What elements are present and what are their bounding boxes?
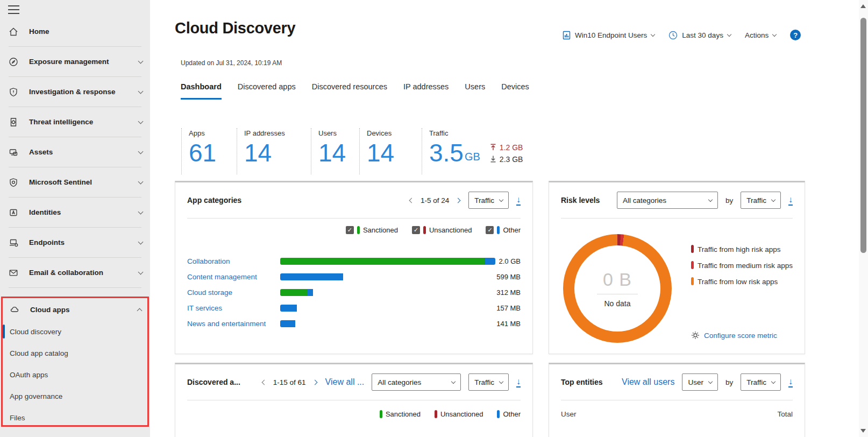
pagination: 1-5 of 24 xyxy=(409,196,461,205)
download-button[interactable] xyxy=(516,195,521,206)
sidebar-item-label: Exposure management xyxy=(29,58,109,66)
prev-page-button[interactable] xyxy=(409,198,415,203)
category-bar-chart: Collaboration 2.0 GB Content management … xyxy=(175,253,532,332)
entity-dropdown[interactable]: User xyxy=(682,373,718,391)
traffic-bar xyxy=(280,289,495,296)
category-link[interactable]: Collaboration xyxy=(187,257,280,265)
sidebar-item-threat-intelligence[interactable]: Threat intelligence xyxy=(0,107,150,137)
low-risk-swatch xyxy=(691,277,694,285)
scroll-down-arrow[interactable] xyxy=(860,429,866,433)
endpoints-icon xyxy=(8,237,19,248)
sidebar-item-app-governance[interactable]: App governance xyxy=(3,385,147,407)
download-button[interactable] xyxy=(788,377,793,387)
tab-devices[interactable]: Devices xyxy=(501,82,529,100)
metric-dropdown[interactable]: Traffic xyxy=(468,373,509,391)
checkbox-checked-icon[interactable] xyxy=(346,226,354,234)
view-all-link[interactable]: View all ... xyxy=(325,377,365,387)
donut-center-label: No data xyxy=(604,299,630,308)
stat-devices: Devices 14 xyxy=(359,128,422,174)
high-risk-swatch xyxy=(691,245,694,253)
sidebar-item-email-collaboration[interactable]: Email & collaboration xyxy=(0,258,150,287)
sidebar-item-cloud-discovery[interactable]: Cloud discovery xyxy=(3,321,147,342)
selected-indicator xyxy=(3,325,5,339)
top-entities-card: Top entities View all users User by Traf… xyxy=(549,363,805,437)
category-link[interactable]: News and entertainment xyxy=(187,320,280,328)
category-dropdown[interactable]: All categories xyxy=(617,192,718,209)
tab-dashboard[interactable]: Dashboard xyxy=(181,82,222,100)
metric-dropdown[interactable]: Traffic xyxy=(741,373,781,391)
sidebar-item-label: Assets xyxy=(29,148,53,156)
sidebar-item-endpoints[interactable]: Endpoints xyxy=(0,228,150,257)
view-all-users-link[interactable]: View all users xyxy=(622,377,674,387)
help-button[interactable] xyxy=(790,30,801,40)
cloud-icon xyxy=(9,304,20,315)
sidebar-item-exposure-management[interactable]: Exposure management xyxy=(0,47,150,76)
download-button[interactable] xyxy=(516,377,521,387)
tab-discovered-apps[interactable]: Discovered apps xyxy=(238,82,296,100)
stat-unit: GB xyxy=(465,151,480,163)
scroll-up-arrow[interactable] xyxy=(860,4,866,8)
checkbox-checked-icon[interactable] xyxy=(412,226,420,234)
unsanctioned-swatch xyxy=(435,410,437,418)
tab-discovered-resources[interactable]: Discovered resources xyxy=(312,82,387,100)
card-title: Discovered a... xyxy=(187,378,240,386)
category-link[interactable]: Content management xyxy=(187,273,280,281)
sidebar-item-label: Cloud apps xyxy=(30,306,70,314)
toolbar: Win10 Endpoint Users Last 30 days Action… xyxy=(563,28,801,42)
checkbox-checked-icon[interactable] xyxy=(486,226,494,234)
legend-unsanctioned: Unsanctioned xyxy=(435,410,483,418)
chevron-down-icon xyxy=(138,88,144,94)
category-row: Cloud storage 312 MB xyxy=(175,285,532,300)
category-dropdown[interactable]: All categories xyxy=(372,373,461,391)
sidebar-item-cloud-apps[interactable]: Cloud apps xyxy=(3,298,147,321)
legend-medium-risk: Traffic from medium risk apps xyxy=(691,258,794,274)
metric-dropdown[interactable]: Traffic xyxy=(741,192,781,209)
category-row: News and entertainment 141 MB xyxy=(175,316,532,332)
prev-page-button[interactable] xyxy=(261,379,267,385)
category-link[interactable]: IT services xyxy=(187,304,280,312)
unsanctioned-swatch xyxy=(423,226,426,234)
sidebar-item-files[interactable]: Files xyxy=(3,407,147,428)
category-link[interactable]: Cloud storage xyxy=(187,288,280,297)
sidebar-item-label: Email & collaboration xyxy=(29,269,103,277)
sidebar-item-identities[interactable]: Identities xyxy=(0,198,150,227)
time-range-selector[interactable]: Last 30 days xyxy=(668,31,731,40)
sidebar-item-cloud-app-catalog[interactable]: Cloud app catalog xyxy=(3,342,147,364)
chevron-down-icon xyxy=(772,32,777,36)
traffic-value: 312 MB xyxy=(495,288,521,297)
legend-other: Other xyxy=(497,410,521,418)
sidebar-item-investigation-response[interactable]: Investigation & response xyxy=(0,77,150,107)
scrollbar-thumb[interactable] xyxy=(860,18,866,253)
stat-value: 61 xyxy=(189,139,237,167)
sidebar-item-oauth-apps[interactable]: OAuth apps xyxy=(3,364,147,385)
sidebar-item-microsoft-sentinel[interactable]: Microsoft Sentinel xyxy=(0,167,150,197)
donut-center: 0 B No data xyxy=(574,245,660,332)
vertical-scrollbar[interactable] xyxy=(859,0,868,437)
tab-ip-addresses[interactable]: IP addresses xyxy=(403,82,449,100)
risk-donut-chart: 0 B No data xyxy=(563,234,672,343)
actions-label: Actions xyxy=(745,31,769,39)
legend-sanctioned[interactable]: Sanctioned xyxy=(346,226,398,234)
sidebar-item-assets[interactable]: Assets xyxy=(0,137,150,167)
actions-menu[interactable]: Actions xyxy=(745,31,776,39)
clock-icon xyxy=(668,31,678,40)
tab-users[interactable]: Users xyxy=(465,82,485,100)
hamburger-menu-icon[interactable] xyxy=(8,5,19,14)
report-selector[interactable]: Win10 Endpoint Users xyxy=(563,31,654,40)
next-page-button[interactable] xyxy=(312,379,318,385)
category-row: IT services 157 MB xyxy=(175,300,532,316)
legend-other[interactable]: Other xyxy=(486,226,521,234)
legend-low-risk: Traffic from low risk apps xyxy=(691,274,794,290)
pagination-label: 1-15 of 61 xyxy=(273,378,306,386)
investigation-response-icon xyxy=(8,87,19,97)
stat-apps: Apps 61 xyxy=(181,128,237,174)
traffic-value: 157 MB xyxy=(495,304,521,312)
identities-icon xyxy=(8,207,19,218)
legend-unsanctioned[interactable]: Unsanctioned xyxy=(412,226,472,234)
chevron-up-icon xyxy=(137,308,143,313)
metric-dropdown[interactable]: Traffic xyxy=(468,192,509,209)
download-button[interactable] xyxy=(788,195,793,206)
next-page-button[interactable] xyxy=(455,198,461,203)
sidebar-item-home[interactable]: Home xyxy=(0,17,150,46)
configure-score-metric[interactable]: Configure score metric xyxy=(691,331,777,340)
